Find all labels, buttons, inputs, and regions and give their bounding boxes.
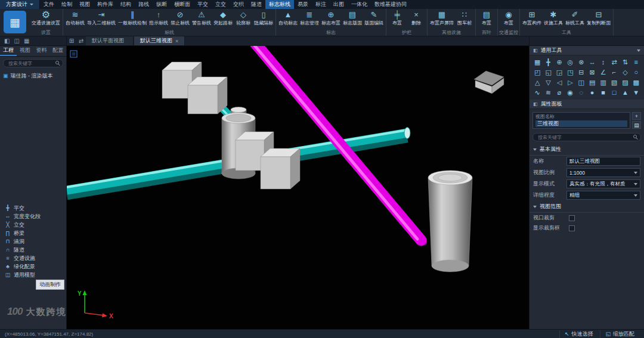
sound-barrier-place-button[interactable]: ▦ 布置声屏障 [429, 10, 455, 26]
sidebar-tab-data[interactable]: 资料 [33, 46, 50, 56]
tool-icon[interactable]: ▥ [598, 77, 608, 87]
menu-tab-tunnel[interactable]: 隧道 [247, 0, 265, 9]
chevron-down-icon[interactable] [637, 49, 640, 52]
tool-icon[interactable]: ◉ [565, 88, 575, 97]
view-range-section[interactable]: 视图范围 [530, 201, 644, 213]
view-name-value[interactable]: 三维视图 [535, 120, 627, 127]
tool-icon[interactable]: ⊕ [555, 57, 564, 67]
menu-tab-weaving[interactable]: 交织 [230, 0, 247, 9]
properties-panel-header[interactable]: ◧ 属性面板 [530, 100, 644, 109]
sign-manage-button[interactable]: ≣ 标志管理 [299, 10, 320, 26]
facility-tool-button[interactable]: ✱ 设施工具 [543, 10, 564, 26]
swap-view-icon[interactable]: ⇄ [76, 36, 86, 45]
view-list-button[interactable]: ▤ [632, 121, 641, 129]
tool-icon[interactable]: ▲ [620, 88, 630, 97]
tool-icon[interactable]: ▽ [543, 77, 553, 87]
menu-tab-structure[interactable]: 结构 [117, 0, 135, 9]
layout-grid-icon[interactable]: ▦ [24, 38, 29, 44]
property-control[interactable]: 真实感：有光照，有材质 [566, 179, 640, 188]
monitor-place-button[interactable]: ◉ 布置 [499, 10, 518, 26]
tool-icon[interactable]: ≡ [631, 57, 641, 67]
menu-tab-annotation[interactable]: 标注 [312, 0, 330, 9]
property-control[interactable]: 1:1000 [566, 168, 640, 177]
menu-tab-draw[interactable]: 绘制 [58, 0, 76, 9]
category-at-grade[interactable]: ╋ 平交 [0, 204, 66, 212]
zoom-fit-button[interactable]: ◱ 缩放匹配 [600, 330, 639, 338]
tool-icon[interactable]: ⌐ [609, 67, 619, 77]
viewport-crop-checkbox[interactable] [569, 215, 575, 221]
tool-icon[interactable]: ↔ [587, 57, 597, 67]
auto-marking-button[interactable]: ≋ 自动标线 [64, 10, 86, 26]
tool-icon[interactable]: ◎ [565, 57, 575, 67]
raised-marker-button[interactable]: ◆ 突起路标 [212, 10, 234, 26]
sign-place-button[interactable]: ⊕ 标志布置 [320, 10, 342, 26]
tool-icon[interactable]: ◫ [577, 77, 586, 87]
prohibit-marking-button[interactable]: ⊘ 禁止标线 [169, 10, 191, 26]
menu-tab-shuwei-collaboration[interactable]: 数维基建协同 [371, 0, 410, 9]
panel-edit-button[interactable]: ✎ 版面编辑 [363, 10, 385, 26]
category-interchange[interactable]: ╳ 立交 [0, 221, 66, 229]
copy-to-section-button[interactable]: ⊟ 复制到断面 [586, 10, 612, 26]
category-culvert[interactable]: ⊓ 涵洞 [0, 237, 66, 246]
tool-icon[interactable]: ◱ [543, 67, 553, 77]
viewport-canvas[interactable]: Y X [67, 46, 529, 329]
hidden-divider-button[interactable]: ▯ 隐藏隔标 [253, 10, 274, 26]
tool-icon[interactable]: ∠ [598, 67, 608, 77]
viewport-corner-marker-icon[interactable] [70, 51, 77, 57]
properties-search-input[interactable] [532, 133, 641, 141]
close-icon[interactable]: × [175, 38, 178, 44]
menu-tab-profile[interactable]: 纵断 [153, 0, 171, 9]
tool-icon[interactable]: ▧ [609, 77, 619, 87]
show-crop-box-checkbox[interactable] [569, 225, 575, 231]
view-name-box[interactable]: 视图名称 三维视图 [532, 112, 630, 129]
tool-icon[interactable]: ◰ [532, 67, 542, 77]
component-place-button[interactable]: ⊞ 布置构件 [521, 10, 543, 26]
marking-tool-button[interactable]: ✐ 标线工具 [564, 10, 586, 26]
category-greening[interactable]: ♣ 绿化配景 [0, 262, 66, 271]
menu-tab-view[interactable]: 视图 [76, 0, 94, 9]
category-bridge[interactable]: ∏ 桥梁 [0, 229, 66, 237]
tool-icon[interactable]: ╋ [543, 57, 553, 67]
guide-marking-button[interactable]: ↑ 指示标线 [148, 10, 169, 26]
menu-tab-at-grade[interactable]: 平交 [194, 0, 212, 9]
tool-icon[interactable]: ⊟ [577, 67, 586, 77]
bollard-place-button[interactable]: ∷ 围车桩 [455, 10, 474, 26]
quick-select-button[interactable]: ↖ 快速选择 [559, 330, 598, 338]
tool-icon[interactable]: ⇄ [609, 57, 619, 67]
tool-icon[interactable]: ⊗ [577, 57, 586, 67]
tool-icon[interactable]: ⇅ [620, 57, 630, 67]
tool-icon[interactable]: ● [587, 88, 597, 97]
viewport-3d[interactable]: Y X [67, 46, 529, 329]
menu-tab-interchange[interactable]: 立交 [212, 0, 230, 9]
tool-icon[interactable]: △ [532, 77, 542, 87]
category-generic-model[interactable]: ◫ 通用模型 [0, 271, 66, 279]
menu-tab-sign-marking[interactable]: 标志标线 [265, 0, 294, 9]
tool-icon[interactable]: ∿ [532, 88, 542, 97]
sign-panel-button[interactable]: ▤ 标志版面 [342, 10, 363, 26]
panel-toggle-icon[interactable]: ◧ [4, 38, 10, 44]
sidebar-tab-project[interactable]: 工程 [0, 46, 17, 56]
property-control[interactable]: 精细 [566, 191, 640, 200]
tool-icon[interactable]: ■ [598, 88, 608, 97]
tool-icon[interactable]: ▷ [565, 77, 575, 87]
general-marking-draw-button[interactable]: ∥ 一般标线绘制 [117, 10, 148, 26]
property-control[interactable]: 默认三维视图 [566, 157, 640, 166]
tool-icon[interactable]: ↕ [598, 57, 608, 67]
tool-icon[interactable]: ◁ [555, 77, 564, 87]
menu-tab-component-library[interactable]: 构件库 [94, 0, 117, 9]
scene-tank-cylinder[interactable] [428, 170, 472, 272]
tool-icon[interactable]: ▼ [631, 88, 641, 97]
scene-house-model[interactable] [474, 71, 504, 94]
tool-icon[interactable]: ◲ [555, 67, 564, 77]
app-menu-button[interactable]: 方案设计 [0, 0, 40, 9]
animation-make-button[interactable]: 动画制作 [36, 280, 64, 290]
tool-icon[interactable]: ◌ [577, 88, 586, 97]
category-width-change[interactable]: ⇔ 宽度变化段 [0, 212, 66, 221]
category-traffic-facility[interactable]: ≡ 交通设施 [0, 254, 66, 262]
tree-node-project[interactable]: ▣ 瑞佳路 - 渲染版本 [3, 72, 63, 80]
tool-icon[interactable]: ≋ [543, 88, 553, 97]
tool-icon[interactable]: ◇ [620, 67, 630, 77]
sidebar-tab-view[interactable]: 视图 [17, 46, 33, 56]
import-2d-marking-button[interactable]: ⇥ 导入二维标线 [86, 10, 117, 26]
tool-icon[interactable]: ○ [631, 67, 641, 77]
